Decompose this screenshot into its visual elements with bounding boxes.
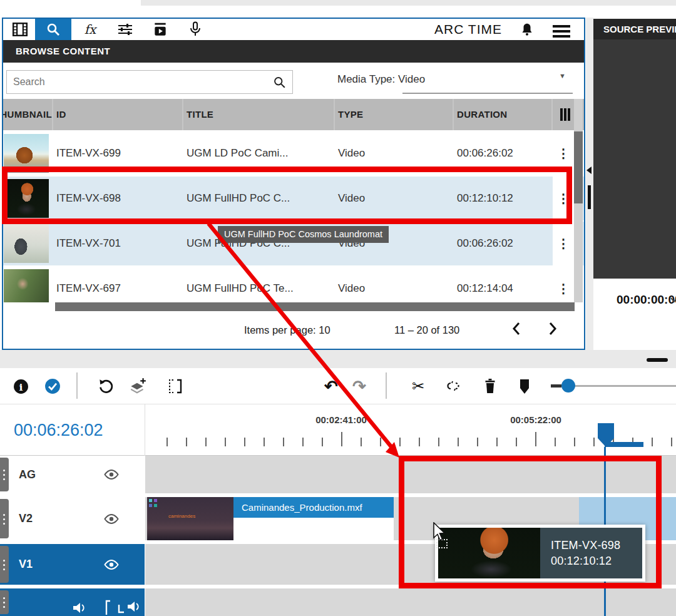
drag-ghost-card: ITEM-VX-698 00:12:10:12	[435, 525, 645, 582]
clip-thumbnail: caminandes	[147, 497, 233, 540]
app-canvas: fx ARC TIME BROWSE CONTENT	[0, 0, 676, 616]
eye-icon[interactable]	[103, 513, 120, 525]
voice-button[interactable]	[182, 19, 209, 40]
search-input[interactable]	[13, 71, 264, 93]
microphone-icon	[188, 21, 203, 38]
check-circle-icon	[44, 378, 61, 394]
row-menu-button[interactable]: ⋮	[553, 131, 574, 175]
row-duration: 00:12:10:12	[457, 177, 513, 220]
horizontal-scrollbar[interactable]	[3, 302, 584, 311]
col-title[interactable]: TITLE	[187, 99, 213, 130]
search-icon	[46, 22, 61, 37]
marker-icon	[518, 379, 531, 394]
column-chooser-icon[interactable]	[560, 108, 570, 121]
items-per-page-value[interactable]: 10	[319, 324, 330, 336]
h-scrollbar-thumb[interactable]	[55, 302, 575, 311]
panel-divider	[0, 350, 676, 368]
table-row-selected[interactable]: ITEM-VX-698 UGM FullHD PoC C... Video 00…	[3, 177, 584, 220]
delete-button[interactable]	[480, 376, 500, 396]
timecode-chevron-icon[interactable]	[670, 297, 676, 303]
export-queue-button[interactable]	[146, 19, 174, 40]
monitor-speaker-icon[interactable]	[105, 600, 143, 616]
track-drag-handle[interactable]	[0, 546, 9, 583]
track-drag-handle[interactable]	[0, 458, 9, 491]
cut-button[interactable]: ✂	[408, 376, 428, 396]
track-drag-handle[interactable]	[0, 499, 9, 538]
unlink-button[interactable]	[443, 376, 463, 396]
undo-button[interactable]: ↶	[321, 376, 341, 396]
app-title: ARC TIME	[418, 19, 518, 40]
row-title: UGM FullHD PoC C...	[187, 177, 290, 220]
track-audio-header[interactable]	[0, 588, 145, 616]
speaker-icon[interactable]	[72, 601, 88, 615]
play-queue-icon	[152, 21, 168, 38]
col-id[interactable]: ID	[56, 99, 66, 130]
track-drag-handle[interactable]	[0, 590, 9, 614]
track-ag-body[interactable]	[145, 456, 676, 493]
row-type: Video	[338, 177, 365, 220]
browse-toolbar: fx ARC TIME	[3, 19, 584, 40]
effects-button[interactable]: fx	[76, 19, 104, 40]
refresh-button[interactable]	[96, 376, 116, 396]
collapse-left-icon[interactable]	[586, 167, 592, 174]
source-preview-panel: SOURCE PREVIEW 00:00:00:00	[593, 18, 676, 350]
menu-button[interactable]	[548, 19, 575, 40]
fx-icon: fx	[84, 22, 96, 37]
eye-icon[interactable]	[103, 469, 120, 480]
search-field-icon[interactable]	[273, 76, 286, 89]
row-thumbnail	[4, 224, 49, 263]
table-header: THUMBNAIL ID TITLE TYPE DURATION	[3, 99, 584, 130]
notifications-button[interactable]	[515, 19, 539, 40]
col-type[interactable]: TYPE	[338, 99, 363, 130]
add-layer-button[interactable]	[128, 376, 148, 396]
timeline-clip[interactable]: caminandes Caminandes_Production.mxf	[147, 497, 394, 540]
col-thumbnail[interactable]: THUMBNAIL	[2, 99, 52, 130]
search-input-wrap	[6, 70, 293, 94]
tooltip: UGM FullHD PoC Cosmos Laundromat	[218, 226, 389, 243]
info-icon: i	[13, 379, 29, 394]
table-row[interactable]: ITEM-VX-699 UGM LD PoC Cami... Video 00:…	[3, 131, 584, 175]
media-type-select[interactable]: Media Type: Video ▼	[334, 63, 578, 99]
row-menu-button[interactable]: ⋮	[553, 177, 574, 220]
track-ag-header[interactable]: AG	[0, 456, 145, 493]
search-tab-button[interactable]	[35, 19, 71, 40]
splitter-handle[interactable]	[588, 185, 591, 209]
row-menu-button[interactable]: ⋮	[553, 222, 574, 265]
chevron-left-icon	[512, 322, 521, 336]
settings-sliders-button[interactable]	[111, 19, 139, 40]
track-label: AG	[19, 456, 36, 493]
redo-button[interactable]: ↷	[349, 376, 369, 396]
ruler-label: 00:05:22:00	[495, 414, 576, 425]
unlink-icon	[444, 378, 462, 394]
track-audio-body[interactable]	[145, 588, 676, 616]
vertical-scrollbar[interactable]	[574, 99, 583, 302]
v-scrollbar-thumb[interactable]	[574, 131, 583, 203]
split-view-button[interactable]	[165, 376, 185, 396]
timeline-collapse-handle[interactable]	[647, 358, 668, 362]
source-preview-header: SOURCE PREVIEW	[593, 19, 676, 39]
col-duration[interactable]: DURATION	[457, 99, 507, 130]
timeline-toolbar: i ↶ ↷ ✂	[0, 368, 676, 404]
approve-button[interactable]	[43, 376, 63, 396]
zoom-slider-knob[interactable]	[561, 379, 575, 393]
film-icon	[12, 21, 28, 38]
top-strip	[141, 0, 676, 6]
bell-icon	[520, 22, 534, 37]
track-v2-header[interactable]: V2	[0, 497, 145, 540]
bracket-icon	[166, 378, 184, 394]
row-duration: 00:06:26:02	[457, 222, 513, 265]
panel-splitter[interactable]	[586, 18, 593, 350]
prev-page-button[interactable]	[507, 320, 526, 339]
timeline-ruler[interactable]: 00:06:26:02 00:02:41:00 00:05:22:00	[0, 404, 676, 456]
next-page-button[interactable]	[543, 320, 562, 339]
info-button[interactable]: i	[11, 376, 31, 396]
browse-content-header: BROWSE CONTENT	[3, 40, 584, 63]
track-v1-header[interactable]: V1	[0, 544, 145, 585]
trash-icon	[483, 378, 498, 394]
row-id: ITEM-VX-701	[56, 222, 121, 265]
hamburger-icon	[553, 25, 570, 28]
source-timecode[interactable]: 00:00:00:00	[617, 293, 676, 307]
media-library-button[interactable]	[6, 19, 34, 40]
eye-icon[interactable]	[103, 559, 120, 570]
marker-button[interactable]	[515, 376, 535, 396]
